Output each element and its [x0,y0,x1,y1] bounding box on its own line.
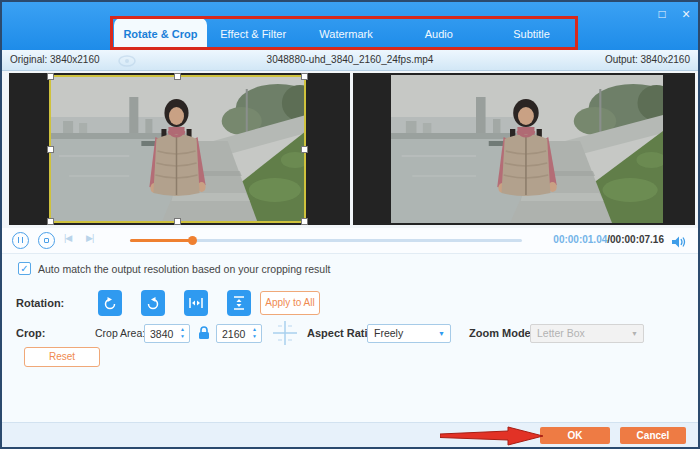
time-display: 00:00:01.04/00:00:07.16 [553,234,664,245]
rotate-left-button[interactable] [98,290,122,316]
crop-handle-middle-left[interactable] [47,146,54,153]
close-icon[interactable]: × [678,7,694,21]
next-frame-icon[interactable]: ▶| [86,233,93,243]
output-resolution-label: Output: 3840x2160 [605,50,690,70]
crop-width-stepper[interactable]: ▲▼ [178,326,187,340]
crop-height-input[interactable] [217,325,254,342]
footer-bar: OK Cancel [2,422,698,449]
stop-button[interactable] [38,232,55,249]
tab-effect-filter[interactable]: Effect & Filter [207,18,300,50]
crop-handle-top-center[interactable] [174,73,181,80]
stop-icon [44,238,49,243]
tab-watermark[interactable]: Watermark [300,18,393,50]
ok-button[interactable]: OK [540,427,610,444]
crop-handle-top-left[interactable] [47,73,54,80]
rotate-right-button[interactable] [141,290,165,316]
output-preview-pane [353,73,695,225]
aspect-ratio-value: Freely [374,327,403,339]
chevron-down-icon: ▼ [631,325,638,342]
red-arrow-annotation [440,426,546,446]
aspect-ratio-dropdown[interactable]: Freely ▼ [367,324,451,343]
rotate-crop-dialog: Rotate & Crop Effect & Filter Watermark … [0,0,700,449]
options-panel: ✓ Auto match the output resolution based… [2,254,698,422]
playback-bar: |◀ ▶| 00:00:01.04/00:00:07.16 [2,228,698,254]
zoom-mode-value: Letter Box [537,327,585,339]
seek-progress [130,239,192,242]
lock-aspect-icon[interactable] [198,326,210,344]
spinner-down-icon[interactable]: ▼ [252,333,257,339]
spinner-down-icon[interactable]: ▼ [180,333,185,339]
info-bar: Original: 3840x2160 3048880-uhd_3840_216… [2,50,698,71]
chevron-down-icon: ▼ [438,325,445,342]
seek-slider[interactable] [130,239,522,242]
cancel-button[interactable]: Cancel [620,427,686,444]
spinner-up-icon[interactable]: ▲ [252,326,257,332]
crop-handle-bottom-right[interactable] [301,218,308,225]
output-video-frame [391,75,663,223]
original-preview-pane [9,73,350,225]
title-bar: Rotate & Crop Effect & Filter Watermark … [2,2,698,50]
flip-horizontal-button[interactable] [184,290,208,316]
zoom-mode-label: Zoom Mode: [469,327,534,339]
seek-thumb[interactable] [188,236,197,245]
crop-handle-bottom-left[interactable] [47,218,54,225]
crop-width-input[interactable] [145,325,182,342]
apply-to-all-button[interactable]: Apply to All [260,291,320,315]
reset-button[interactable]: Reset [24,347,100,367]
crop-width-field: ▲▼ [144,324,190,343]
crop-handle-bottom-center[interactable] [174,218,181,225]
crop-height-stepper[interactable]: ▲▼ [250,326,259,340]
zoom-mode-dropdown: Letter Box ▼ [530,324,644,343]
volume-icon[interactable] [672,234,686,252]
crop-handle-top-right[interactable] [301,73,308,80]
spinner-up-icon[interactable]: ▲ [180,326,185,332]
auto-match-label: Auto match the output resolution based o… [38,263,330,275]
tab-audio[interactable]: Audio [392,18,485,50]
auto-match-checkbox[interactable]: ✓ [18,262,31,275]
crop-selection-box[interactable] [49,75,306,223]
crop-height-field: ▲▼ [216,324,262,343]
tab-subtitle[interactable]: Subtitle [485,18,578,50]
tab-bar: Rotate & Crop Effect & Filter Watermark … [114,18,578,50]
crop-label: Crop: [16,327,45,339]
flip-vertical-button[interactable] [227,290,251,316]
rotation-label: Rotation: [16,297,64,309]
time-total: /00:00:07.16 [607,234,664,245]
crop-area-label: Crop Area: [95,327,145,339]
maximize-icon[interactable]: □ [654,7,670,21]
pause-icon [18,237,23,243]
crop-position-crosshair-icon[interactable] [272,320,298,350]
tab-rotate-crop[interactable]: Rotate & Crop [114,18,207,50]
preview-area [2,71,698,228]
time-current: 00:00:01.04 [553,234,607,245]
file-name-label: 3048880-uhd_3840_2160_24fps.mp4 [2,50,698,70]
pause-button[interactable] [12,232,29,249]
prev-frame-icon[interactable]: |◀ [64,233,71,243]
crop-handle-middle-right[interactable] [301,146,308,153]
